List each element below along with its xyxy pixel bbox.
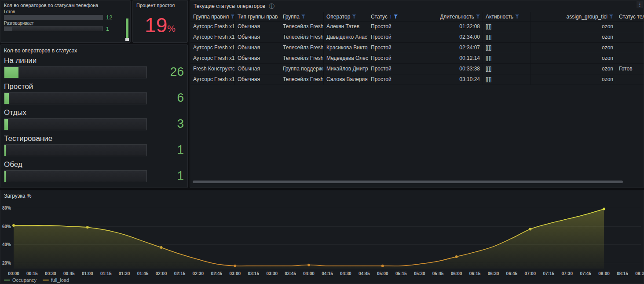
x-axis-label: 07:30	[561, 271, 573, 276]
x-axis-label: 00:00	[8, 271, 19, 276]
table-cell: Медведева Олеся	[324, 53, 368, 64]
x-axis-label: 01:45	[137, 271, 149, 276]
table-row[interactable]: Аутсорс Fresh x1ОбычнаяТелесейлз Fresh (…	[190, 32, 644, 43]
panel-menu-icon[interactable]: ⋮	[637, 1, 643, 8]
stat-value: 19 %	[133, 7, 187, 42]
x-axis-label: 05:00	[377, 271, 388, 276]
filter-icon[interactable]	[301, 15, 305, 18]
x-axis-label: 01:15	[100, 271, 112, 276]
column-header[interactable]: Длительность	[437, 12, 483, 22]
legend-swatch	[43, 280, 49, 280]
column-label: Активность	[486, 12, 513, 22]
data-point[interactable]	[529, 228, 531, 230]
table-row[interactable]: Аутсорс Fresh x1ОбычнаяТелесейлз Fresh (…	[190, 53, 644, 64]
gauge-left: Обед	[4, 160, 149, 182]
table-cell: 01:32:08	[437, 22, 483, 32]
gauge-value: 1	[106, 26, 109, 31]
gauge-fill	[4, 145, 6, 156]
column-header[interactable]: Тип группы прав	[235, 12, 280, 22]
table-cell: Давыденко Анастаси	[324, 32, 368, 43]
data-point[interactable]	[234, 265, 236, 267]
x-axis-label: 03:45	[285, 271, 296, 276]
chart-legend-item[interactable]: Occupancy	[4, 277, 37, 283]
filter-icon[interactable]	[609, 15, 613, 18]
data-point[interactable]	[455, 255, 458, 258]
data-point[interactable]	[86, 226, 89, 229]
column-label: Длительность	[440, 12, 474, 22]
column-header[interactable]: Группа	[280, 12, 324, 22]
table-cell: Аутсорс Fresh x1	[190, 43, 235, 53]
filter-icon[interactable]	[394, 15, 398, 18]
column-header[interactable]: Группа правил	[190, 12, 235, 22]
series-area	[14, 209, 604, 269]
x-axis-label: 04:15	[322, 271, 333, 276]
gauge-value: 6	[149, 91, 184, 104]
sort-asc-icon[interactable]: ↑	[389, 14, 392, 19]
scroll-thumb[interactable]	[125, 38, 129, 41]
table-cell: [[]]	[483, 22, 531, 32]
gauge-label: Простой	[4, 82, 149, 91]
data-point[interactable]	[381, 265, 384, 267]
column-header[interactable]: Статус тел	[616, 12, 644, 22]
table-cell: Обычная	[235, 43, 280, 53]
phone-gauge-list: Готов12Разговаривает1	[0, 9, 130, 31]
x-axis-label: 03:15	[248, 271, 259, 276]
legend-label: Occupancy	[12, 277, 37, 283]
data-point[interactable]	[12, 224, 15, 227]
filter-icon[interactable]	[352, 15, 356, 18]
gauge-bar	[4, 66, 147, 78]
column-header[interactable]: Оператор	[324, 12, 368, 22]
column-header[interactable]: Активность	[483, 12, 531, 22]
status-gauge-item: Тестирование1	[4, 134, 184, 156]
table-row[interactable]: Аутсорс Fresh x1ОбычнаяТелесейлз Fresh (…	[190, 43, 644, 53]
panel-title: Текущие статусы операторов	[194, 3, 265, 9]
gauge-value: 26	[149, 65, 184, 78]
column-header[interactable]: Статус↑	[368, 12, 437, 22]
panel-header: Текущие статусы операторов ⓘ	[190, 0, 644, 12]
table-row[interactable]: Fresh Конструктор оОбычнаяГруппа поддерж…	[190, 64, 644, 74]
table-horizontal-scrollbar[interactable]	[193, 181, 623, 183]
table-cell: Простой	[368, 32, 437, 43]
x-axis-label: 05:15	[395, 271, 407, 276]
table-cell: Аутсорс Fresh x1	[190, 32, 235, 43]
gauge-label: Разговаривает	[4, 21, 127, 26]
legend-swatch	[4, 280, 10, 280]
x-axis-label: 00:45	[63, 271, 75, 276]
chart-legend-item[interactable]: full_load	[43, 277, 69, 283]
table-row[interactable]: Аутсорс Fresh x1ОбычнаяТелесейлз Fresh (…	[190, 22, 644, 32]
table-cell: Простой	[368, 74, 437, 85]
x-axis-label: 03:00	[230, 271, 241, 276]
table-cell: Простой	[368, 53, 437, 64]
gauge-value: 3	[149, 117, 184, 130]
data-point[interactable]	[603, 208, 605, 210]
gauge-label: На линии	[4, 56, 149, 65]
table-cell: Телесейлз Fresh (до	[280, 74, 324, 85]
x-axis-label: 07:00	[525, 271, 536, 276]
table-cell: Алекян Татев	[324, 22, 368, 32]
table-cell	[616, 22, 644, 32]
table-cell: Аутсорс Fresh x1	[190, 22, 235, 32]
gauge-bar	[4, 144, 147, 156]
table-cell: 02:34:00	[437, 32, 483, 43]
gauge-bar	[4, 170, 147, 182]
data-point[interactable]	[160, 246, 163, 249]
info-icon[interactable]: ⓘ	[269, 4, 274, 9]
filter-icon[interactable]	[476, 15, 480, 18]
gauge-fill	[4, 171, 6, 182]
x-axis-label: 04:00	[303, 271, 315, 276]
gauge-label: Обед	[4, 160, 149, 169]
table-cell: Салова Валерия	[324, 74, 368, 85]
data-point[interactable]	[307, 264, 310, 266]
x-axis-label: 00:30	[45, 271, 56, 276]
x-axis-label: 06:30	[488, 271, 499, 276]
x-axis-label: 03:30	[266, 271, 278, 276]
column-header[interactable]: assign_group_ticl	[531, 12, 616, 22]
filter-icon[interactable]	[515, 15, 519, 18]
filter-icon[interactable]	[231, 15, 234, 18]
column-label: Оператор	[326, 12, 350, 22]
table-row[interactable]: Аутсорс Fresh x1ОбычнаяТелесейлз Fresh (…	[190, 74, 644, 85]
table-cell: ozon	[531, 53, 616, 64]
table-cell: [[]]	[483, 32, 531, 43]
idle-percent-number: 19	[145, 15, 167, 35]
table-cell: Телесейлз Fresh (до	[280, 53, 324, 64]
